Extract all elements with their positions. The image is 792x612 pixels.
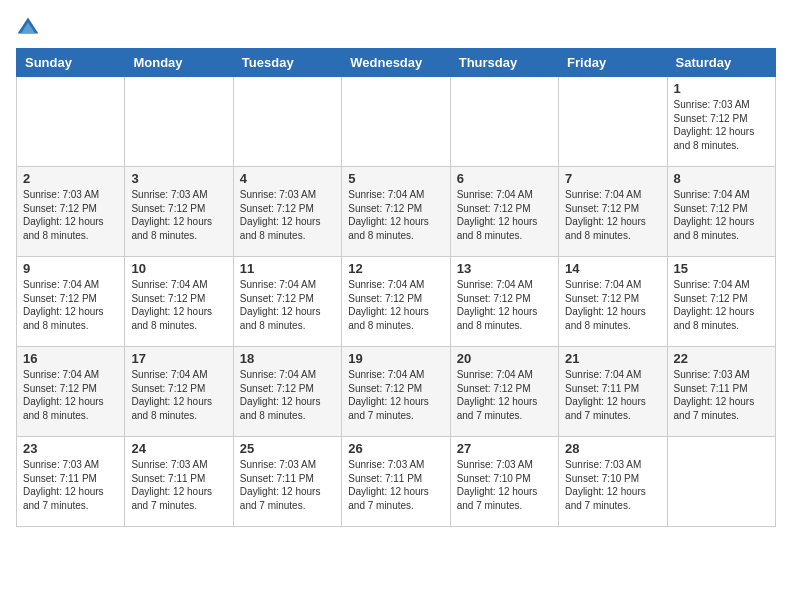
day-number: 2 (23, 171, 118, 186)
calendar-day-cell: 18Sunrise: 7:04 AM Sunset: 7:12 PM Dayli… (233, 347, 341, 437)
weekday-header-cell: Friday (559, 49, 667, 77)
calendar-week-row: 9Sunrise: 7:04 AM Sunset: 7:12 PM Daylig… (17, 257, 776, 347)
weekday-header-cell: Sunday (17, 49, 125, 77)
weekday-header-row: SundayMondayTuesdayWednesdayThursdayFrid… (17, 49, 776, 77)
day-info: Sunrise: 7:04 AM Sunset: 7:12 PM Dayligh… (23, 368, 118, 422)
calendar-week-row: 16Sunrise: 7:04 AM Sunset: 7:12 PM Dayli… (17, 347, 776, 437)
calendar-day-cell: 2Sunrise: 7:03 AM Sunset: 7:12 PM Daylig… (17, 167, 125, 257)
day-number: 7 (565, 171, 660, 186)
calendar-day-cell: 24Sunrise: 7:03 AM Sunset: 7:11 PM Dayli… (125, 437, 233, 527)
weekday-header-cell: Saturday (667, 49, 775, 77)
calendar-week-row: 1Sunrise: 7:03 AM Sunset: 7:12 PM Daylig… (17, 77, 776, 167)
day-number: 9 (23, 261, 118, 276)
day-number: 17 (131, 351, 226, 366)
day-info: Sunrise: 7:04 AM Sunset: 7:12 PM Dayligh… (457, 368, 552, 422)
day-number: 22 (674, 351, 769, 366)
calendar-day-cell (667, 437, 775, 527)
day-number: 1 (674, 81, 769, 96)
calendar-day-cell: 26Sunrise: 7:03 AM Sunset: 7:11 PM Dayli… (342, 437, 450, 527)
day-info: Sunrise: 7:04 AM Sunset: 7:12 PM Dayligh… (457, 278, 552, 332)
calendar-day-cell (342, 77, 450, 167)
day-info: Sunrise: 7:04 AM Sunset: 7:12 PM Dayligh… (565, 188, 660, 242)
day-number: 15 (674, 261, 769, 276)
calendar-day-cell (125, 77, 233, 167)
calendar-day-cell: 21Sunrise: 7:04 AM Sunset: 7:11 PM Dayli… (559, 347, 667, 437)
day-number: 18 (240, 351, 335, 366)
day-info: Sunrise: 7:04 AM Sunset: 7:12 PM Dayligh… (240, 368, 335, 422)
calendar-day-cell: 12Sunrise: 7:04 AM Sunset: 7:12 PM Dayli… (342, 257, 450, 347)
calendar-day-cell (17, 77, 125, 167)
logo (16, 16, 44, 40)
day-info: Sunrise: 7:04 AM Sunset: 7:12 PM Dayligh… (565, 278, 660, 332)
logo-icon (16, 16, 40, 40)
calendar-week-row: 23Sunrise: 7:03 AM Sunset: 7:11 PM Dayli… (17, 437, 776, 527)
day-number: 16 (23, 351, 118, 366)
calendar-day-cell (450, 77, 558, 167)
day-number: 8 (674, 171, 769, 186)
calendar-day-cell: 13Sunrise: 7:04 AM Sunset: 7:12 PM Dayli… (450, 257, 558, 347)
day-info: Sunrise: 7:04 AM Sunset: 7:11 PM Dayligh… (565, 368, 660, 422)
day-info: Sunrise: 7:03 AM Sunset: 7:10 PM Dayligh… (457, 458, 552, 512)
day-number: 12 (348, 261, 443, 276)
calendar-day-cell: 17Sunrise: 7:04 AM Sunset: 7:12 PM Dayli… (125, 347, 233, 437)
weekday-header-cell: Thursday (450, 49, 558, 77)
day-number: 13 (457, 261, 552, 276)
day-number: 14 (565, 261, 660, 276)
calendar-day-cell: 5Sunrise: 7:04 AM Sunset: 7:12 PM Daylig… (342, 167, 450, 257)
calendar-day-cell: 6Sunrise: 7:04 AM Sunset: 7:12 PM Daylig… (450, 167, 558, 257)
day-info: Sunrise: 7:03 AM Sunset: 7:11 PM Dayligh… (674, 368, 769, 422)
calendar-day-cell: 15Sunrise: 7:04 AM Sunset: 7:12 PM Dayli… (667, 257, 775, 347)
day-info: Sunrise: 7:03 AM Sunset: 7:11 PM Dayligh… (240, 458, 335, 512)
calendar-day-cell (559, 77, 667, 167)
day-info: Sunrise: 7:04 AM Sunset: 7:12 PM Dayligh… (457, 188, 552, 242)
day-info: Sunrise: 7:04 AM Sunset: 7:12 PM Dayligh… (348, 368, 443, 422)
calendar-day-cell: 11Sunrise: 7:04 AM Sunset: 7:12 PM Dayli… (233, 257, 341, 347)
calendar-day-cell: 27Sunrise: 7:03 AM Sunset: 7:10 PM Dayli… (450, 437, 558, 527)
day-number: 20 (457, 351, 552, 366)
day-number: 21 (565, 351, 660, 366)
day-info: Sunrise: 7:04 AM Sunset: 7:12 PM Dayligh… (674, 278, 769, 332)
calendar-day-cell: 14Sunrise: 7:04 AM Sunset: 7:12 PM Dayli… (559, 257, 667, 347)
day-number: 11 (240, 261, 335, 276)
day-number: 28 (565, 441, 660, 456)
day-info: Sunrise: 7:04 AM Sunset: 7:12 PM Dayligh… (131, 368, 226, 422)
calendar-week-row: 2Sunrise: 7:03 AM Sunset: 7:12 PM Daylig… (17, 167, 776, 257)
day-number: 4 (240, 171, 335, 186)
day-info: Sunrise: 7:03 AM Sunset: 7:11 PM Dayligh… (131, 458, 226, 512)
calendar-day-cell: 4Sunrise: 7:03 AM Sunset: 7:12 PM Daylig… (233, 167, 341, 257)
day-info: Sunrise: 7:03 AM Sunset: 7:12 PM Dayligh… (674, 98, 769, 152)
calendar-day-cell: 22Sunrise: 7:03 AM Sunset: 7:11 PM Dayli… (667, 347, 775, 437)
weekday-header-cell: Tuesday (233, 49, 341, 77)
day-number: 27 (457, 441, 552, 456)
calendar-day-cell (233, 77, 341, 167)
calendar-day-cell: 19Sunrise: 7:04 AM Sunset: 7:12 PM Dayli… (342, 347, 450, 437)
calendar-day-cell: 7Sunrise: 7:04 AM Sunset: 7:12 PM Daylig… (559, 167, 667, 257)
day-info: Sunrise: 7:03 AM Sunset: 7:12 PM Dayligh… (240, 188, 335, 242)
day-number: 10 (131, 261, 226, 276)
day-number: 5 (348, 171, 443, 186)
calendar-day-cell: 3Sunrise: 7:03 AM Sunset: 7:12 PM Daylig… (125, 167, 233, 257)
calendar-day-cell: 23Sunrise: 7:03 AM Sunset: 7:11 PM Dayli… (17, 437, 125, 527)
calendar-body: 1Sunrise: 7:03 AM Sunset: 7:12 PM Daylig… (17, 77, 776, 527)
day-info: Sunrise: 7:04 AM Sunset: 7:12 PM Dayligh… (23, 278, 118, 332)
calendar-day-cell: 8Sunrise: 7:04 AM Sunset: 7:12 PM Daylig… (667, 167, 775, 257)
day-info: Sunrise: 7:04 AM Sunset: 7:12 PM Dayligh… (131, 278, 226, 332)
weekday-header-cell: Monday (125, 49, 233, 77)
day-info: Sunrise: 7:03 AM Sunset: 7:11 PM Dayligh… (23, 458, 118, 512)
day-number: 19 (348, 351, 443, 366)
page-header (16, 16, 776, 40)
calendar-day-cell: 16Sunrise: 7:04 AM Sunset: 7:12 PM Dayli… (17, 347, 125, 437)
calendar-day-cell: 9Sunrise: 7:04 AM Sunset: 7:12 PM Daylig… (17, 257, 125, 347)
day-number: 25 (240, 441, 335, 456)
day-info: Sunrise: 7:04 AM Sunset: 7:12 PM Dayligh… (348, 278, 443, 332)
day-info: Sunrise: 7:03 AM Sunset: 7:12 PM Dayligh… (131, 188, 226, 242)
day-number: 26 (348, 441, 443, 456)
calendar-day-cell: 28Sunrise: 7:03 AM Sunset: 7:10 PM Dayli… (559, 437, 667, 527)
day-info: Sunrise: 7:03 AM Sunset: 7:12 PM Dayligh… (23, 188, 118, 242)
day-info: Sunrise: 7:03 AM Sunset: 7:10 PM Dayligh… (565, 458, 660, 512)
calendar-day-cell: 10Sunrise: 7:04 AM Sunset: 7:12 PM Dayli… (125, 257, 233, 347)
day-number: 3 (131, 171, 226, 186)
calendar-day-cell: 1Sunrise: 7:03 AM Sunset: 7:12 PM Daylig… (667, 77, 775, 167)
day-number: 24 (131, 441, 226, 456)
day-info: Sunrise: 7:03 AM Sunset: 7:11 PM Dayligh… (348, 458, 443, 512)
